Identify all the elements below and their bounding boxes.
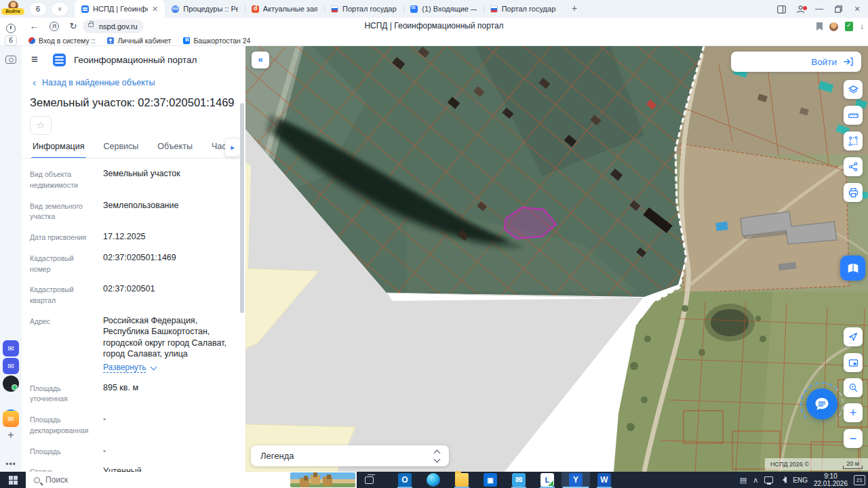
browser-profile-icon[interactable] [791, 4, 810, 14]
url-text: nspd.gov.ru [99, 22, 138, 30]
start-button[interactable] [0, 472, 26, 488]
taskbar-app-explorer[interactable] [448, 472, 476, 488]
bookmark-favicon [28, 37, 35, 44]
screenshot-icon[interactable] [3, 52, 19, 68]
more-services-icon[interactable]: ••• [3, 460, 19, 469]
chevron-left-icon: ‹ [33, 79, 36, 87]
favorite-star-button[interactable]: ☆ [30, 116, 52, 135]
browser-tab[interactable]: Процедуры :: Реализаци ✕ [165, 0, 244, 18]
printer-icon [848, 187, 859, 199]
language-indicator[interactable]: ENG [793, 476, 808, 484]
tab-count-chip[interactable]: 6 [30, 3, 46, 16]
taskbar-app-yandex-browser[interactable]: Y [561, 472, 590, 488]
profile-mini-icon[interactable] [829, 22, 838, 31]
search-daily-image[interactable] [290, 472, 355, 487]
mail-service-icon-2[interactable]: ✉ [3, 358, 19, 374]
bookmark-flag-icon[interactable] [816, 22, 823, 30]
history-clock-icon[interactable] [3, 20, 19, 37]
add-service-icon[interactable]: + [3, 427, 19, 443]
side-panel-icon[interactable] [772, 4, 791, 14]
map-canvas[interactable]: « Войти [245, 46, 868, 472]
browser-tabs: НСПД | Геоинформаци ✕ Процедуры :: Реали… [75, 0, 563, 18]
login-arrow-icon [842, 56, 854, 67]
search-location-icon [848, 382, 859, 393]
map-login-bar[interactable]: Войти [731, 52, 861, 72]
expand-address-link[interactable]: Развернуть [103, 363, 157, 373]
browser-tab[interactable]: Портал государственных ✕ [484, 0, 563, 18]
notification-center-button[interactable]: 21 [854, 475, 865, 485]
clock[interactable]: 9:10 22.01.2026 [814, 472, 848, 488]
overview-map-icon [848, 357, 859, 369]
print-button[interactable] [844, 183, 863, 202]
refresh-icon[interactable]: ↻ [66, 20, 80, 33]
my-location-button[interactable] [844, 327, 863, 346]
collapse-panel-button[interactable]: « [252, 52, 269, 68]
panel-tab[interactable]: Информация [31, 140, 86, 159]
extension-doc-icon[interactable] [845, 22, 853, 31]
taskbar-search[interactable]: Поиск [26, 472, 357, 488]
chat-assistant-button[interactable] [806, 388, 837, 420]
legend-bar[interactable]: Легенда [251, 445, 449, 466]
select-area-button[interactable] [844, 131, 863, 150]
restore-button[interactable] [829, 4, 848, 14]
menu-icon[interactable]: ≡ [31, 53, 45, 66]
tabs-scroll-right-button[interactable]: ▸ [225, 139, 240, 157]
panel-scrollbar[interactable] [240, 56, 245, 462]
browser-tab[interactable]: Актуальные заявления ✕ [245, 0, 324, 18]
task-view-button[interactable] [357, 476, 381, 484]
tab-favicon [331, 5, 338, 13]
mail-service-icon[interactable]: ✉ [3, 340, 19, 357]
field-value: 17.12.2025 [103, 231, 235, 243]
tabs-divider [22, 158, 245, 159]
taskbar-app-word[interactable]: W [590, 472, 618, 488]
field-value: Землепользование [103, 200, 235, 223]
minimize-button[interactable]: — [810, 4, 829, 14]
share-button[interactable] [844, 157, 863, 176]
bookmark-favicon [107, 37, 114, 44]
zoom-in-button[interactable]: + [844, 403, 863, 422]
close-button[interactable]: × [848, 3, 867, 14]
word-icon: W [597, 473, 611, 487]
tab-favicon [172, 5, 179, 13]
bookmark-item[interactable]: Вход в систему :: [28, 37, 95, 45]
tab-close-icon[interactable]: ✕ [152, 5, 158, 14]
address-bar[interactable]: nspd.gov.ru [83, 20, 144, 33]
taskbar-app-store[interactable]: ▣ [476, 472, 505, 488]
messenger-icon[interactable] [3, 375, 19, 392]
panel-tab[interactable]: Сервисы [102, 140, 140, 159]
yandex-search-icon[interactable]: Я [47, 20, 61, 33]
browser-tab[interactable]: НСПД | Геоинформаци ✕ [75, 0, 165, 18]
browser-tab[interactable]: Портал государственных ✕ [324, 0, 403, 18]
bookmark-item[interactable]: Башкортостан 24 [183, 37, 250, 45]
basemap-switcher-button[interactable] [840, 256, 865, 281]
taskbar-app-edge[interactable] [419, 472, 448, 488]
taskbar-app-1c[interactable]: L [533, 472, 561, 488]
taskbar-app-mail[interactable]: ✉ [505, 472, 533, 488]
volume-icon[interactable] [779, 476, 787, 483]
scrollbar-thumb[interactable] [240, 103, 244, 313]
bookmark-item[interactable]: Личный кабинет [107, 37, 171, 45]
mail-icon: ✉ [512, 473, 526, 487]
downloads-icon[interactable]: ↓ [860, 22, 864, 31]
network-icon[interactable] [764, 476, 773, 483]
layers-button[interactable] [844, 80, 863, 99]
plus-icon: + [850, 406, 857, 420]
tray-expand-icon[interactable]: ∧ [753, 476, 758, 485]
panel-tab[interactable]: Объекты [156, 140, 194, 159]
browser-tab[interactable]: (1) Входящие — Рамблер ✕ [403, 0, 483, 18]
window-controls: — × [772, 0, 867, 18]
yandex-mail-icon[interactable]: ✉ [3, 411, 19, 427]
back-icon[interactable]: ← [27, 20, 41, 33]
overview-map-button[interactable] [844, 353, 863, 372]
taskbar-app-outlook[interactable]: O [391, 472, 419, 488]
zoom-out-button[interactable]: − [844, 429, 863, 448]
tray-app-icon[interactable]: ▤ [740, 476, 747, 485]
tab-favicon [410, 5, 418, 13]
back-to-results-link[interactable]: ‹ Назад в найденные объекты [33, 78, 155, 87]
sidebar-tab-count[interactable]: 6 [5, 35, 17, 46]
measure-button[interactable] [844, 106, 863, 125]
basemap-icon [846, 261, 861, 276]
search-on-map-button[interactable] [844, 378, 863, 397]
new-tab-button[interactable]: + [567, 2, 582, 16]
tab-dropdown-chip[interactable]: ∨ [52, 3, 68, 16]
